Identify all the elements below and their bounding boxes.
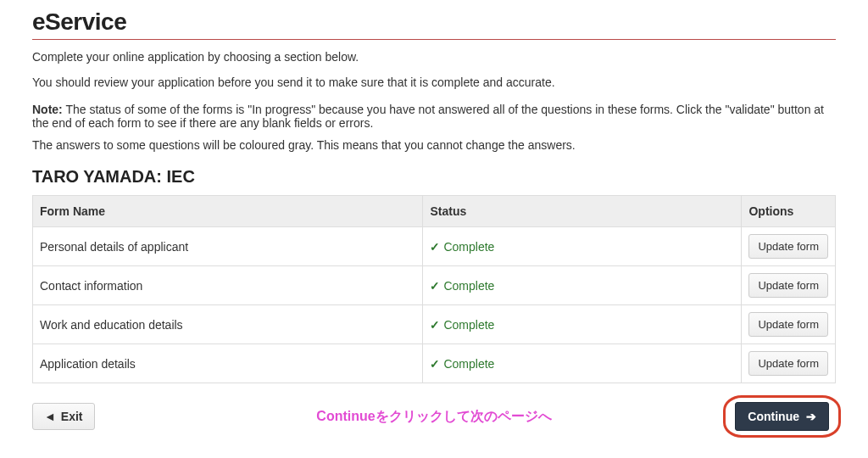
status-cell: ✓Complete xyxy=(423,344,742,383)
exit-label: Exit xyxy=(61,410,83,423)
status-cell: ✓Complete すべてのステータスが Completeに変わりました！ xyxy=(423,266,742,305)
options-cell: Update form xyxy=(742,305,836,344)
note-paragraph: Note: The status of some of the forms is… xyxy=(32,103,836,130)
options-cell: Update form xyxy=(742,227,836,266)
status-cell: ✓Complete xyxy=(423,227,742,266)
table-row: Application details ✓Complete Update for… xyxy=(33,344,836,383)
page-title: eService xyxy=(32,8,836,36)
continue-button[interactable]: Continue ➔ xyxy=(735,402,829,431)
form-name-cell: Personal details of applicant xyxy=(33,227,423,266)
table-row: Personal details of applicant ✓Complete … xyxy=(33,227,836,266)
check-icon: ✓ xyxy=(430,318,440,332)
options-cell: Update form xyxy=(742,266,836,305)
col-header-options: Options xyxy=(742,196,836,227)
annotation-continue: Continueをクリックして次のページへ xyxy=(316,408,551,426)
arrow-right-icon: ➔ xyxy=(806,410,816,423)
arrow-left-icon: ◄ xyxy=(44,410,56,423)
form-name-cell: Application details xyxy=(33,344,423,383)
exit-button[interactable]: ◄ Exit xyxy=(32,403,95,430)
update-form-button[interactable]: Update form xyxy=(748,234,828,259)
col-header-status: Status xyxy=(423,196,742,227)
instruction-2: You should review your application befor… xyxy=(32,75,836,89)
status-text: Complete xyxy=(443,240,494,254)
status-text: Complete xyxy=(443,357,494,371)
instruction-1: Complete your online application by choo… xyxy=(32,50,836,64)
check-icon: ✓ xyxy=(430,357,440,371)
table-row: Work and education details ✓Complete Upd… xyxy=(33,305,836,344)
note-body: The status of some of the forms is "In p… xyxy=(32,103,824,130)
status-cell: ✓Complete xyxy=(423,305,742,344)
continue-label: Continue xyxy=(748,410,799,423)
status-text: Complete xyxy=(443,279,494,293)
note-tail: The answers to some questions will be co… xyxy=(32,138,836,152)
applicant-heading: TARO YAMADA: IEC xyxy=(32,167,836,187)
forms-table: Form Name Status Options Personal detail… xyxy=(32,195,836,383)
status-text: Complete xyxy=(443,318,494,332)
check-icon: ✓ xyxy=(430,279,440,293)
title-divider xyxy=(32,39,836,40)
footer-row: ◄ Exit Continueをクリックして次のページへ Continue ➔ xyxy=(32,399,836,434)
options-cell: Update form xyxy=(742,344,836,383)
form-name-cell: Work and education details xyxy=(33,305,423,344)
col-header-form: Form Name xyxy=(33,196,423,227)
table-row: Contact information ✓Complete すべてのステータスが… xyxy=(33,266,836,305)
continue-wrap: Continue ➔ xyxy=(728,399,836,434)
note-label: Note: xyxy=(32,103,63,116)
check-icon: ✓ xyxy=(430,240,440,254)
update-form-button[interactable]: Update form xyxy=(748,273,828,298)
update-form-button[interactable]: Update form xyxy=(748,351,828,376)
update-form-button[interactable]: Update form xyxy=(748,312,828,337)
form-name-cell: Contact information xyxy=(33,266,423,305)
